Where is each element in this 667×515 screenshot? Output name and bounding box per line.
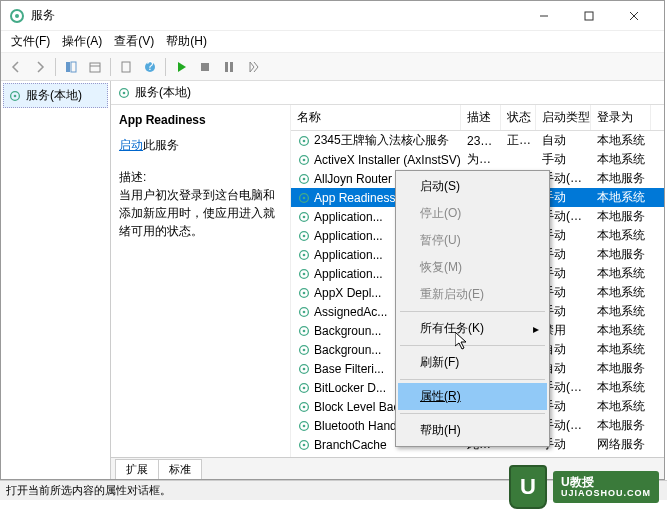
cell-startup: 自动	[536, 130, 591, 151]
cell-startup: 手动	[536, 149, 591, 170]
svg-point-41	[303, 329, 306, 332]
cm-properties[interactable]: 属性(R)	[398, 383, 547, 410]
cm-start[interactable]: 启动(S)	[398, 173, 547, 200]
separator	[165, 58, 166, 76]
tab-standard[interactable]: 标准	[158, 459, 202, 479]
svg-text:?: ?	[147, 60, 154, 73]
restart-service-button[interactable]	[242, 56, 264, 78]
back-button[interactable]	[5, 56, 27, 78]
cm-help[interactable]: 帮助(H)	[398, 417, 547, 444]
export-button[interactable]	[115, 56, 137, 78]
close-button[interactable]	[611, 2, 656, 30]
menu-action[interactable]: 操作(A)	[56, 31, 108, 52]
forward-button[interactable]	[29, 56, 51, 78]
toolbar: ?	[1, 53, 664, 81]
rightpane-header: 服务(本地)	[111, 81, 664, 105]
svg-point-33	[303, 253, 306, 256]
maximize-button[interactable]	[566, 2, 611, 30]
menu-file[interactable]: 文件(F)	[5, 31, 56, 52]
separator	[400, 345, 545, 346]
svg-rect-13	[201, 63, 209, 71]
services-icon	[9, 8, 25, 24]
detail-service-name: App Readiness	[119, 113, 282, 127]
cell-logon: 本地系统	[591, 453, 651, 457]
tree-pane: 服务(本地)	[1, 81, 111, 479]
start-service-button[interactable]	[170, 56, 192, 78]
menu-help[interactable]: 帮助(H)	[160, 31, 213, 52]
col-logon[interactable]: 登录为	[591, 105, 651, 130]
cell-startup: 手动	[536, 453, 591, 457]
cm-restart[interactable]: 重新启动(E)	[398, 281, 547, 308]
service-row[interactable]: 2345王牌输入法核心服务2345...正在...自动本地系统	[291, 131, 664, 150]
tree-item-label: 服务(本地)	[26, 87, 82, 104]
svg-rect-15	[230, 62, 233, 72]
svg-point-29	[303, 215, 306, 218]
cell-logon: 本地系统	[591, 301, 651, 322]
svg-point-51	[303, 424, 306, 427]
cell-logon: 本地服务	[591, 244, 651, 265]
svg-point-35	[303, 272, 306, 275]
help-button[interactable]: ?	[139, 56, 161, 78]
cell-logon: 本地服务	[591, 206, 651, 227]
list-header: 名称 描述 状态 启动类型 登录为	[291, 105, 664, 131]
cell-logon: 本地服务	[591, 358, 651, 379]
cm-label: 所有任务(K)	[420, 321, 484, 335]
cell-logon: 本地系统	[591, 130, 651, 151]
col-status[interactable]: 状态	[501, 105, 536, 130]
cell-name: ActiveX Installer (AxInstSV)	[291, 151, 461, 169]
svg-rect-10	[122, 62, 130, 72]
cell-status: 正在...	[501, 130, 536, 151]
detail-pane: App Readiness 启动此服务 描述: 当用户初次登录到这台电脑和添加新…	[111, 105, 291, 457]
svg-point-47	[303, 386, 306, 389]
service-row[interactable]: ActiveX Installer (AxInstSV)为从...手动本地系统	[291, 150, 664, 169]
svg-rect-7	[71, 62, 76, 72]
cm-all-tasks[interactable]: 所有任务(K)▸	[398, 315, 547, 342]
cm-refresh[interactable]: 刷新(F)	[398, 349, 547, 376]
rightpane-title: 服务(本地)	[135, 84, 191, 101]
cell-logon: 本地服务	[591, 415, 651, 436]
cm-resume[interactable]: 恢复(M)	[398, 254, 547, 281]
cell-logon: 网络服务	[591, 434, 651, 455]
minimize-button[interactable]	[521, 2, 566, 30]
cell-status	[501, 158, 536, 162]
stop-service-button[interactable]	[194, 56, 216, 78]
svg-rect-8	[90, 63, 100, 72]
context-menu: 启动(S) 停止(O) 暂停(U) 恢复(M) 重新启动(E) 所有任务(K)▸…	[395, 170, 550, 447]
cell-logon: 本地系统	[591, 339, 651, 360]
tree-item-services-local[interactable]: 服务(本地)	[3, 83, 108, 108]
start-link[interactable]: 启动	[119, 138, 143, 152]
gear-icon	[8, 89, 22, 103]
separator	[55, 58, 56, 76]
separator	[400, 311, 545, 312]
menu-view[interactable]: 查看(V)	[108, 31, 160, 52]
cm-pause[interactable]: 暂停(U)	[398, 227, 547, 254]
cell-logon: 本地系统	[591, 225, 651, 246]
svg-point-23	[303, 158, 306, 161]
tab-extended[interactable]: 扩展	[115, 459, 159, 479]
properties-button[interactable]	[84, 56, 106, 78]
watermark-brand-text: U教授	[561, 475, 594, 489]
cell-desc: 2345...	[461, 132, 501, 150]
start-link-suffix: 此服务	[143, 138, 179, 152]
service-row[interactable]: Certificate Propagation将用...手动本地系统	[291, 454, 664, 457]
cm-stop[interactable]: 停止(O)	[398, 200, 547, 227]
svg-point-27	[303, 196, 306, 199]
separator	[400, 413, 545, 414]
col-startup[interactable]: 启动类型	[536, 105, 591, 130]
svg-point-37	[303, 291, 306, 294]
svg-rect-6	[66, 62, 70, 72]
col-name[interactable]: 名称	[291, 105, 461, 130]
cell-desc: 将用...	[461, 453, 501, 457]
cell-logon: 本地系统	[591, 187, 651, 208]
titlebar: 服务	[1, 1, 664, 31]
show-hide-button[interactable]	[60, 56, 82, 78]
window-title: 服务	[31, 7, 521, 24]
cell-logon: 本地系统	[591, 263, 651, 284]
svg-point-39	[303, 310, 306, 313]
svg-point-21	[303, 139, 306, 142]
pause-service-button[interactable]	[218, 56, 240, 78]
col-desc[interactable]: 描述	[461, 105, 501, 130]
svg-point-43	[303, 348, 306, 351]
cell-logon: 本地系统	[591, 396, 651, 417]
svg-rect-3	[585, 12, 593, 20]
